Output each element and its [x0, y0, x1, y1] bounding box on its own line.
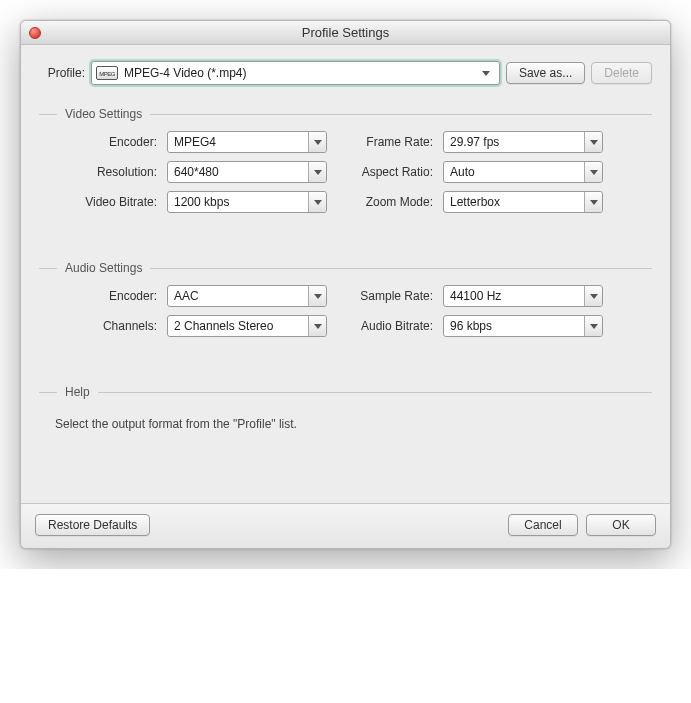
aspect-label: Aspect Ratio: — [337, 165, 433, 179]
audio-bitrate-select[interactable]: 96 kbps — [443, 315, 603, 337]
aspect-value: Auto — [450, 165, 475, 179]
channels-select[interactable]: 2 Channels Stereo — [167, 315, 327, 337]
chevron-down-icon — [584, 162, 602, 182]
samplerate-label: Sample Rate: — [337, 289, 433, 303]
profile-value: MPEG-4 Video (*.mp4) — [124, 66, 477, 80]
audio-settings-group: Audio Settings Encoder: AAC Sample Rate:… — [39, 261, 652, 337]
samplerate-select[interactable]: 44100 Hz — [443, 285, 603, 307]
profile-label: Profile: — [39, 66, 85, 80]
chevron-down-icon — [584, 286, 602, 306]
chevron-down-icon — [477, 62, 495, 84]
delete-button: Delete — [591, 62, 652, 84]
audio-group-title: Audio Settings — [65, 261, 142, 275]
chevron-down-icon — [308, 286, 326, 306]
help-text: Select the output format from the "Profi… — [39, 409, 652, 431]
zoom-select[interactable]: Letterbox — [443, 191, 603, 213]
video-bitrate-select[interactable]: 1200 kbps — [167, 191, 327, 213]
cancel-button[interactable]: Cancel — [508, 514, 578, 536]
framerate-value: 29.97 fps — [450, 135, 499, 149]
profile-settings-dialog: Profile Settings Profile: MPEG MPEG-4 Vi… — [20, 20, 671, 549]
save-as-button[interactable]: Save as... — [506, 62, 585, 84]
resolution-combo[interactable]: 640*480 — [167, 161, 327, 183]
chevron-down-icon — [308, 132, 326, 152]
resolution-value: 640*480 — [174, 165, 219, 179]
chevron-down-icon — [308, 162, 326, 182]
window-title: Profile Settings — [21, 25, 670, 40]
channels-label: Channels: — [39, 319, 157, 333]
profile-select[interactable]: MPEG MPEG-4 Video (*.mp4) — [91, 61, 500, 85]
profile-row: Profile: MPEG MPEG-4 Video (*.mp4) Save … — [39, 61, 652, 85]
audio-encoder-select[interactable]: AAC — [167, 285, 327, 307]
audio-encoder-value: AAC — [174, 289, 199, 303]
framerate-label: Frame Rate: — [337, 135, 433, 149]
resolution-label: Resolution: — [39, 165, 157, 179]
video-group-title: Video Settings — [65, 107, 142, 121]
help-group: Help Select the output format from the "… — [39, 385, 652, 431]
video-encoder-value: MPEG4 — [174, 135, 216, 149]
restore-defaults-button[interactable]: Restore Defaults — [35, 514, 150, 536]
dialog-footer: Restore Defaults Cancel OK — [21, 503, 670, 548]
video-settings-group: Video Settings Encoder: MPEG4 Frame Rate… — [39, 107, 652, 213]
video-encoder-select[interactable]: MPEG4 — [167, 131, 327, 153]
format-icon: MPEG — [96, 66, 118, 80]
audio-encoder-label: Encoder: — [39, 289, 157, 303]
channels-value: 2 Channels Stereo — [174, 319, 273, 333]
video-encoder-label: Encoder: — [39, 135, 157, 149]
chevron-down-icon — [584, 132, 602, 152]
ok-button[interactable]: OK — [586, 514, 656, 536]
audio-bitrate-value: 96 kbps — [450, 319, 492, 333]
chevron-down-icon — [584, 192, 602, 212]
framerate-select[interactable]: 29.97 fps — [443, 131, 603, 153]
titlebar: Profile Settings — [21, 21, 670, 45]
help-group-title: Help — [65, 385, 90, 399]
samplerate-value: 44100 Hz — [450, 289, 501, 303]
zoom-value: Letterbox — [450, 195, 500, 209]
audio-bitrate-label: Audio Bitrate: — [337, 319, 433, 333]
video-bitrate-label: Video Bitrate: — [39, 195, 157, 209]
close-icon[interactable] — [29, 27, 41, 39]
video-bitrate-value: 1200 kbps — [174, 195, 229, 209]
chevron-down-icon — [584, 316, 602, 336]
chevron-down-icon — [308, 316, 326, 336]
zoom-label: Zoom Mode: — [337, 195, 433, 209]
chevron-down-icon — [308, 192, 326, 212]
aspect-select[interactable]: Auto — [443, 161, 603, 183]
